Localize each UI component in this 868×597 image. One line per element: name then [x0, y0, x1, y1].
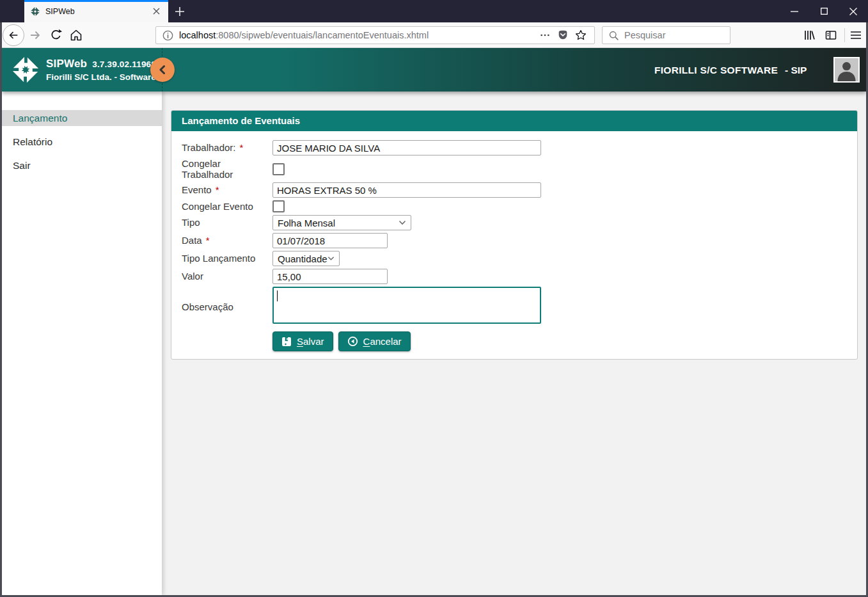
url-bar[interactable]: localhost:8080/sipweb/eventuais/lancamen…: [155, 26, 595, 44]
url-path: :8080/sipweb/eventuais/lancamentoEventua…: [216, 30, 429, 40]
person-silhouette-icon: [835, 58, 858, 81]
app-company: Fiorilli S/C Ltda. - Software: [46, 72, 156, 82]
cancel-icon: [347, 336, 358, 347]
browser-tab[interactable]: SIPWeb: [24, 0, 168, 22]
org-suffix: - SIP: [785, 65, 807, 76]
search-input[interactable]: [624, 30, 720, 40]
cancel-button-label: Cancelar: [363, 336, 402, 347]
app-header: SIPWeb3.7.39.02.11968 Fiorilli S/C Ltda.…: [2, 48, 866, 92]
sidebar: Lançamento Relatório Sair: [2, 92, 162, 595]
congelar-trabalhador-label: Congelar Trabalhador: [182, 158, 272, 180]
data-label: Data*: [182, 233, 272, 248]
save-button[interactable]: Salvar: [272, 331, 333, 351]
home-button[interactable]: [70, 29, 83, 42]
page-actions-icon[interactable]: [538, 29, 552, 42]
library-icon[interactable]: [802, 28, 816, 42]
valor-label: Valor: [182, 269, 272, 284]
evento-input[interactable]: [272, 182, 541, 198]
chevron-down-icon: [398, 220, 406, 225]
data-input[interactable]: [272, 233, 388, 248]
sidebar-item-relatorio[interactable]: Relatório: [2, 134, 162, 150]
app-logo-pinwheel-icon: [11, 55, 40, 84]
window-border: [0, 22, 2, 597]
valor-input[interactable]: [272, 269, 388, 284]
new-tab-button[interactable]: [171, 3, 188, 20]
toolbar-separator: [844, 28, 845, 42]
org-title: FIORILLI S/C SOFTWARE: [654, 65, 778, 76]
congelar-evento-label: Congelar Evento: [182, 201, 272, 212]
pocket-icon[interactable]: [556, 29, 570, 42]
reload-button[interactable]: [50, 29, 63, 42]
sidebar-item-lancamento[interactable]: Lançamento: [2, 110, 162, 126]
trabalhador-label: Trabalhador:*: [182, 140, 272, 155]
tipo-lancamento-select[interactable]: Quantidade: [272, 251, 340, 266]
browser-toolbar: localhost:8080/sipweb/eventuais/lancamen…: [0, 22, 868, 48]
minimize-icon[interactable]: [780, 0, 809, 22]
chevron-down-icon: [327, 256, 335, 261]
sidebar-item-sair[interactable]: Sair: [2, 157, 162, 173]
menu-icon[interactable]: [849, 28, 863, 42]
panel-title: Lançamento de Eventuais: [171, 111, 857, 131]
tipo-label: Tipo: [182, 215, 272, 230]
tipo-lancamento-select-value: Quantidade: [278, 253, 327, 264]
observacao-textarea[interactable]: [272, 287, 541, 324]
congelar-trabalhador-checkbox[interactable]: [272, 163, 285, 175]
back-button[interactable]: [3, 24, 24, 46]
tab-close-icon[interactable]: [150, 5, 162, 18]
tab-favicon-icon: [30, 6, 40, 17]
search-icon: [608, 30, 619, 41]
save-icon: [281, 337, 292, 347]
url-host: localhost: [179, 30, 216, 40]
site-info-icon[interactable]: [162, 30, 173, 41]
app-brand: SIPWeb3.7.39.02.11968 Fiorilli S/C Ltda.…: [11, 55, 156, 84]
save-button-label: Salvar: [297, 336, 324, 347]
required-marker: *: [206, 235, 210, 246]
collapse-sidebar-button[interactable]: [150, 58, 175, 82]
titlebar: SIPWeb: [0, 0, 868, 22]
user-avatar[interactable]: [833, 57, 860, 83]
search-bar[interactable]: [602, 26, 730, 44]
tipo-select-value: Folha Mensal: [278, 218, 335, 228]
tab-title: SIPWeb: [45, 7, 150, 16]
sidebar-toggle-icon[interactable]: [824, 28, 838, 42]
chevron-left-icon: [157, 65, 168, 75]
text-caret: [277, 291, 278, 301]
app-name: SIPWeb: [46, 58, 87, 70]
maximize-icon[interactable]: [809, 0, 839, 22]
back-icon: [8, 29, 19, 41]
tipo-lancamento-label: Tipo Lançamento: [182, 251, 272, 266]
trabalhador-input[interactable]: [272, 140, 541, 155]
required-marker: *: [240, 142, 244, 153]
form-panel: Lançamento de Eventuais Trabalhador:* Co…: [171, 110, 858, 360]
required-marker: *: [216, 184, 219, 195]
close-icon[interactable]: [839, 0, 868, 22]
bookmark-star-icon[interactable]: [574, 29, 588, 42]
url-text: localhost:8080/sipweb/eventuais/lancamen…: [179, 30, 534, 40]
forward-button[interactable]: [29, 29, 42, 42]
observacao-label: Observação: [182, 301, 272, 312]
cancel-button[interactable]: Cancelar: [338, 331, 411, 351]
evento-label: Evento*: [182, 182, 272, 198]
app-version: 3.7.39.02.11968: [92, 60, 156, 69]
tipo-select[interactable]: Folha Mensal: [272, 215, 411, 230]
congelar-evento-checkbox[interactable]: [272, 200, 285, 212]
